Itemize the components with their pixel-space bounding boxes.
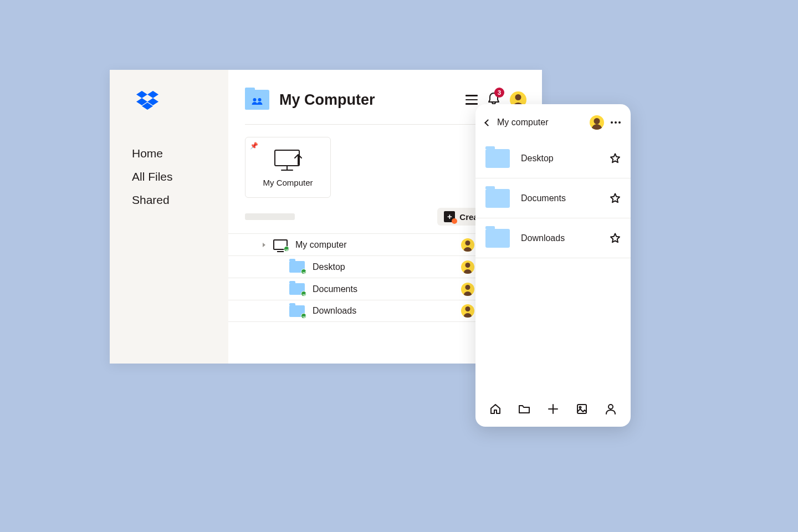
favorite-star-button[interactable] bbox=[610, 193, 621, 204]
card-label: My Computer bbox=[263, 178, 313, 187]
synced-badge-icon bbox=[301, 269, 306, 274]
nav-photos-button[interactable] bbox=[571, 398, 592, 422]
file-name: Downloads bbox=[521, 233, 598, 243]
svg-marker-1 bbox=[147, 91, 158, 98]
owner-avatar[interactable] bbox=[461, 238, 474, 252]
sidebar-item-all-files[interactable]: All Files bbox=[132, 165, 228, 188]
file-name: Downloads bbox=[313, 306, 379, 316]
synced-badge-icon bbox=[301, 313, 306, 319]
mobile-bottom-nav bbox=[475, 393, 631, 427]
mobile-file-list: Desktop Documents Downloads bbox=[475, 139, 631, 393]
owner-avatar[interactable] bbox=[461, 283, 474, 296]
mobile-row-downloads[interactable]: Downloads bbox=[475, 218, 631, 258]
file-name: Desktop bbox=[521, 154, 598, 163]
notification-count-badge: 3 bbox=[494, 88, 504, 98]
folder-icon bbox=[485, 149, 510, 168]
dropbox-logo-icon[interactable] bbox=[136, 91, 228, 112]
sidebar-item-home[interactable]: Home bbox=[132, 142, 228, 165]
backup-source-card[interactable]: 📌 My Computer bbox=[245, 137, 331, 198]
favorite-star-button[interactable] bbox=[610, 233, 621, 244]
image-icon bbox=[576, 403, 588, 415]
expand-caret-icon[interactable] bbox=[263, 243, 265, 247]
nav-add-button[interactable] bbox=[543, 398, 564, 422]
folder-icon bbox=[289, 305, 305, 317]
back-button[interactable] bbox=[484, 119, 492, 126]
svg-point-10 bbox=[608, 405, 613, 409]
folder-icon bbox=[289, 261, 305, 273]
owner-avatar[interactable] bbox=[461, 304, 474, 318]
create-plus-icon bbox=[444, 211, 455, 222]
synced-badge-icon bbox=[284, 246, 289, 252]
favorite-star-button[interactable] bbox=[610, 153, 621, 164]
folder-icon bbox=[485, 189, 510, 208]
hamburger-menu-icon[interactable] bbox=[466, 95, 478, 105]
folder-icon bbox=[485, 229, 510, 248]
nav-home-button[interactable] bbox=[485, 398, 506, 422]
computer-backup-icon bbox=[273, 148, 304, 172]
file-name: Documents bbox=[521, 193, 598, 203]
user-avatar[interactable] bbox=[590, 115, 604, 130]
svg-rect-8 bbox=[577, 405, 586, 413]
sidebar: Home All Files Shared bbox=[110, 70, 228, 364]
file-name: Documents bbox=[313, 284, 379, 294]
person-icon bbox=[605, 403, 617, 415]
mobile-header: My computer bbox=[475, 104, 631, 139]
file-name: My computer bbox=[295, 240, 362, 250]
svg-point-9 bbox=[580, 407, 581, 408]
folder-icon bbox=[518, 403, 530, 415]
shared-folder-icon bbox=[245, 90, 269, 110]
mobile-row-desktop[interactable]: Desktop bbox=[475, 139, 631, 178]
more-options-button[interactable] bbox=[611, 121, 621, 124]
plus-icon bbox=[547, 403, 559, 415]
home-icon bbox=[489, 403, 502, 415]
placeholder-text bbox=[245, 213, 295, 220]
file-name: Desktop bbox=[313, 262, 379, 272]
computer-icon bbox=[273, 239, 288, 250]
folder-icon bbox=[289, 283, 305, 295]
pin-icon: 📌 bbox=[250, 142, 258, 150]
nav-files-button[interactable] bbox=[514, 398, 535, 422]
page-title: My Computer bbox=[279, 91, 466, 109]
sidebar-nav: Home All Files Shared bbox=[110, 142, 228, 212]
svg-marker-0 bbox=[136, 91, 147, 98]
mobile-row-documents[interactable]: Documents bbox=[475, 178, 631, 218]
sidebar-item-shared[interactable]: Shared bbox=[132, 188, 228, 212]
mobile-app-window: My computer Desktop Documents Downloads bbox=[475, 104, 631, 427]
synced-badge-icon bbox=[301, 291, 306, 296]
mobile-page-title: My computer bbox=[497, 117, 583, 127]
owner-avatar[interactable] bbox=[461, 260, 474, 274]
nav-account-button[interactable] bbox=[600, 398, 621, 422]
